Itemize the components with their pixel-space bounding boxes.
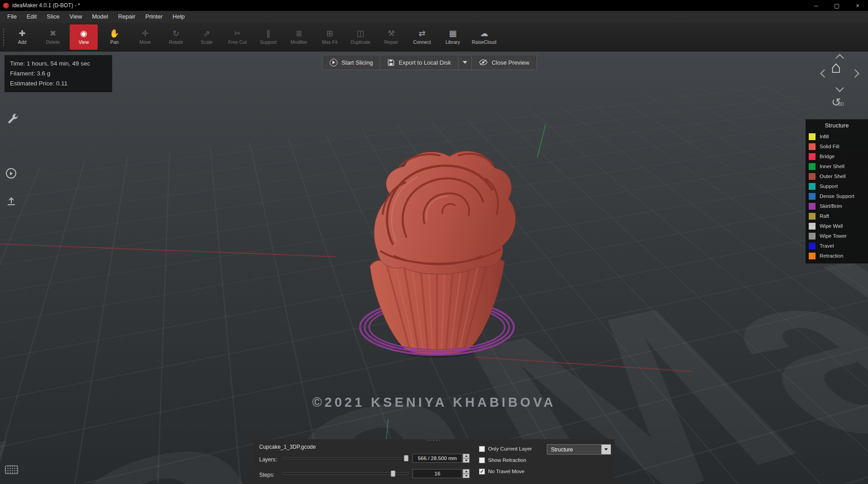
checkbox-box[interactable] (479, 457, 485, 463)
layers-stepper-up[interactable] (463, 454, 470, 458)
viewport-3d[interactable]: ideaMaker (0, 52, 868, 484)
menu-item-edit[interactable]: Edit (22, 11, 42, 23)
play-icon (330, 59, 337, 66)
legend-row-dense-support: Dense Support (806, 191, 868, 201)
tool-label: Library (446, 39, 460, 45)
menu-item-model[interactable]: Model (87, 11, 113, 23)
tool-delete-button[interactable]: ✖Delete (39, 24, 67, 50)
legend-label: Wipe Wall (820, 223, 843, 229)
tool-modifier-button[interactable]: ≣Modifier (285, 24, 313, 50)
home-view-icon[interactable]: ⌂ (831, 59, 841, 76)
rotate-icon: ↻ (172, 29, 179, 38)
legend-label: Solid Fill (820, 144, 839, 149)
legend-row-infill: Infill (806, 132, 868, 141)
color-swatch (809, 203, 816, 210)
slice-stats: Time: 1 hours, 54 min, 49 sec Filament: … (5, 55, 112, 92)
checkbox-box[interactable]: ✓ (479, 469, 485, 475)
color-swatch (809, 243, 816, 249)
tool-scale-button[interactable]: ⇗Scale (193, 24, 221, 50)
menu-item-repair[interactable]: Repair (113, 11, 140, 23)
keyboard-icon[interactable] (5, 465, 18, 474)
tool-connect-button[interactable]: ⇄Connect (408, 24, 436, 50)
steps-value-field[interactable]: 16 (413, 469, 462, 478)
close-preview-label: Close Preview (492, 59, 529, 66)
tool-duplicate-button[interactable]: ◫Duplicate (346, 24, 375, 50)
nav-down-icon[interactable] (835, 84, 844, 92)
modifier-icon: ≣ (295, 29, 302, 38)
tool-rotate-button[interactable]: ↻Rotate (162, 24, 190, 50)
tool-move-button[interactable]: ✛Move (131, 24, 159, 50)
steps-slider-track[interactable] (284, 473, 408, 475)
tool-repair-button[interactable]: ⚒Repair (377, 24, 405, 50)
chevron-down-icon (463, 61, 467, 64)
tool-raisecloud-button[interactable]: ☁RaiseCloud (470, 24, 498, 50)
legend-label: Raft (820, 213, 829, 219)
chevron-down-icon (604, 448, 608, 451)
tool-pan-button[interactable]: ✋Pan (100, 24, 128, 50)
steps-slider[interactable] (284, 470, 408, 477)
close-preview-button[interactable]: Close Preview (472, 55, 537, 70)
legend-row-support: Support (806, 181, 868, 191)
tool-free-cut-button[interactable]: ✂Free Cut (223, 24, 251, 50)
layers-stepper-down[interactable] (463, 458, 470, 463)
close-button[interactable]: × (847, 0, 868, 11)
menu-item-help[interactable]: Help (168, 11, 190, 23)
tool-view-button[interactable]: ◉View (70, 24, 98, 50)
stat-price: Estimated Price: 0.11 (10, 79, 107, 89)
minimize-button[interactable]: – (806, 0, 826, 11)
checkbox-show-retraction[interactable]: Show Retraction (479, 456, 532, 464)
layers-value-field[interactable]: 566 / 28.500 mm (413, 454, 462, 463)
legend-row-wipe-wall: Wipe Wall (806, 221, 868, 231)
layers-slider-track[interactable] (284, 457, 408, 459)
layers-slider[interactable] (284, 455, 408, 461)
checkbox-label: Only Current Layer (488, 446, 532, 451)
legend-row-skirt-brim: Skirt/Brim (806, 201, 868, 211)
delete-icon: ✖ (49, 29, 56, 38)
structure-view-dropdown[interactable]: Structure (547, 444, 611, 455)
layers-slider-handle[interactable] (404, 455, 408, 461)
menu-item-file[interactable]: File (2, 11, 22, 23)
settings-wrench-icon[interactable] (6, 113, 19, 126)
panel-drag-handle[interactable]: ····· (254, 437, 615, 442)
preview-action-bar: Start Slicing Export to Local Disk Close… (322, 55, 537, 70)
legend-row-outer-shell: Outer Shell (806, 171, 868, 181)
menu-item-printer[interactable]: Printer (140, 11, 167, 23)
rotate-3d-button[interactable]: ↻ 3D (831, 96, 849, 111)
steps-slider-handle[interactable] (391, 470, 395, 477)
maximize-button[interactable]: ▢ (826, 0, 847, 11)
menu-item-view[interactable]: View (65, 11, 87, 23)
title-bar: ideaMaker 4.0.1 (D-BOT) - * – ▢ × (0, 0, 868, 11)
tool-label: Pan (110, 39, 119, 45)
menu-item-slice[interactable]: Slice (42, 11, 64, 23)
legend-label: Inner Shell (820, 164, 844, 169)
toolbar-grip-icon[interactable] (3, 28, 5, 46)
checkbox-box[interactable] (479, 446, 485, 452)
color-swatch (809, 213, 816, 220)
save-icon (388, 59, 394, 66)
model-copyright-watermark: ©2021 KSENIYA KHABIBOVA (0, 395, 868, 410)
tool-label: Duplicate (351, 39, 370, 45)
build-plate-grid: ideaMaker (0, 52, 868, 484)
move-icon: ✛ (142, 29, 148, 38)
tool-label: Free Cut (228, 39, 247, 45)
upload-icon[interactable] (6, 196, 17, 207)
dropdown-arrow-button[interactable] (601, 445, 611, 454)
tool-max-fit-button[interactable]: ⊞Max Fit (316, 24, 344, 50)
max-fit-icon: ⊞ (326, 29, 333, 38)
tool-add-button[interactable]: ✚Add (8, 24, 36, 50)
color-swatch (809, 143, 816, 150)
repair-icon: ⚒ (388, 29, 395, 38)
tool-label: Repair (384, 39, 398, 45)
start-slicing-button[interactable]: Start Slicing (322, 55, 380, 70)
steps-stepper-up[interactable] (463, 469, 470, 474)
steps-stepper-down[interactable] (463, 474, 470, 478)
tool-support-button[interactable]: ∥Support (254, 24, 282, 50)
nav-left-icon[interactable] (820, 69, 828, 77)
export-dropdown-arrow[interactable] (459, 55, 472, 70)
checkbox-no-travel-move[interactable]: ✓No Travel Move (479, 468, 532, 475)
nav-right-icon[interactable] (851, 69, 859, 77)
export-to-local-disk-button[interactable]: Export to Local Disk (380, 55, 459, 70)
checkbox-only-current-layer[interactable]: Only Current Layer (479, 445, 532, 452)
tool-library-button[interactable]: ▦Library (439, 24, 467, 50)
play-tour-icon[interactable] (6, 168, 16, 179)
